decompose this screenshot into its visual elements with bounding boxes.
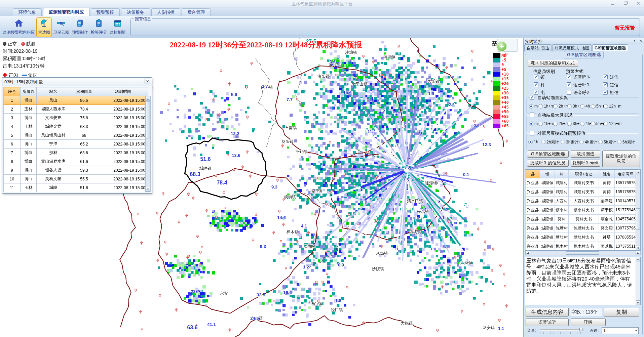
volume-slider[interactable] — [540, 329, 583, 331]
scroll-down-icon[interactable]: ▼ — [636, 300, 640, 305]
panel-tab-0[interactable]: 自动站+雷达 — [524, 44, 552, 51]
table-row[interactable]: 5博白凤山镇凤山村682022-08-19 15:00 — [4, 131, 148, 140]
rain-col-header[interactable]: 累积雨量 — [70, 87, 98, 96]
model-forecast-radio-6h累计[interactable] — [617, 140, 621, 144]
rain-realtime-radio-3h+m[interactable] — [567, 104, 572, 109]
contact-col-header[interactable]: 职务/地址 — [569, 170, 599, 178]
wind-realtime-radio-2h+m[interactable] — [553, 122, 558, 126]
level-checkbox-镇[interactable] — [534, 75, 538, 79]
gis-select-button[interactable]: GIS预警区域圈选 — [527, 151, 569, 158]
table-row[interactable]: 10博白英桥文黎55.52022-08-19 15:00 — [4, 175, 148, 183]
call-button[interactable]: 呼叫 — [571, 319, 606, 326]
contact-col-header[interactable]: 电话号码 — [615, 170, 637, 178]
rain-realtime-radio-1h+m[interactable] — [538, 104, 543, 109]
rain-col-header[interactable]: 观测时间 — [98, 87, 148, 96]
cancel-select-button[interactable]: 取消圈选 — [571, 151, 600, 158]
voice-checkbox[interactable] — [567, 82, 571, 87]
contact-col-header[interactable]: 县 — [526, 170, 540, 178]
voice-preview-button[interactable]: 语音试听 — [526, 319, 569, 326]
wind-realtime-radio-4h+m[interactable] — [580, 122, 584, 126]
table-row[interactable]: 7博白那林63.62022-08-19 15:00 — [4, 149, 148, 157]
copy-button[interactable]: 复制 — [604, 308, 639, 317]
rain-window-titlebar[interactable]: 03时~15时累积雨量 ✕ — [2, 78, 152, 86]
table-row[interactable]: 兴业县城隍镇陈塘村陈塘村支书莫文绍139775796 — [526, 224, 637, 233]
scroll-up-icon[interactable]: ▲ — [636, 257, 640, 261]
model-forecast-radio-4h累计[interactable] — [579, 140, 584, 144]
contact-table-vscrollbar[interactable]: ▲ ▼ — [636, 170, 640, 250]
model-forecast-radio-2h累计[interactable] — [541, 140, 545, 144]
contact-col-header[interactable]: 镇 — [540, 170, 555, 178]
sms-checkbox[interactable] — [603, 75, 608, 79]
toolbar-item-satellite[interactable]: 卫星云图 — [52, 17, 71, 37]
voice-checkbox[interactable] — [567, 90, 571, 95]
model-forecast-radio-1h[interactable] — [528, 140, 533, 144]
table-row[interactable]: 9博白顿谷大塘59.32022-08-19 15:00 — [4, 166, 148, 175]
model-forecast-checkbox[interactable] — [530, 131, 534, 135]
rain-realtime-radio-12h+m[interactable] — [604, 104, 608, 109]
toolbar-item-warning-doc[interactable]: 预警制作 — [71, 17, 89, 37]
scroll-down-icon[interactable]: ▼ — [636, 246, 641, 250]
table-row[interactable]: 4玉林城隍金党68.32022-08-19 15:00 — [4, 122, 148, 131]
rain-col-header[interactable]: 站名 — [37, 87, 70, 96]
menu-tab-3[interactable]: 决策服务 — [121, 8, 150, 16]
voice-checkbox[interactable] — [567, 75, 571, 79]
message-scrollbar[interactable]: ▲ ▼ — [636, 257, 640, 305]
rain-col-header[interactable]: 所属县 — [21, 87, 37, 96]
table-row[interactable]: 6博白宁潭65.22022-08-19 15:00 — [4, 140, 148, 149]
scroll-thumb[interactable] — [636, 208, 641, 230]
contact-col-header[interactable]: 姓名 — [599, 170, 615, 178]
menu-tab-1[interactable]: 监测预警靶向叫应 — [43, 8, 89, 16]
contact-table-hscrollbar[interactable]: ◀ ▶ — [525, 251, 641, 255]
scroll-up-icon[interactable]: ▲ — [146, 96, 150, 101]
warning-message-textarea[interactable]: 玉林市气象台19日5时15分发布暴雨橙色预警信号：4时以来兴业县城隍大西水库已出… — [525, 257, 641, 305]
contact-col-header[interactable]: 村 — [555, 170, 569, 178]
menu-tab-0[interactable]: 环境气象 — [13, 8, 42, 16]
model-forecast-radio-5h累计[interactable] — [598, 140, 603, 144]
rain-col-header[interactable]: 序号 — [4, 87, 21, 96]
copy-call-numbers-button[interactable]: 复制呼叫号码 — [571, 160, 600, 167]
scroll-thumb[interactable] — [566, 251, 599, 255]
wind-realtime-radio-5h+m[interactable] — [591, 122, 595, 126]
wind-realtime-radio-3h+m[interactable] — [567, 122, 572, 126]
menu-tab-2[interactable]: 预警预报 — [91, 8, 120, 16]
close-button[interactable]: ✕ — [635, 1, 642, 6]
minimize-button[interactable] — [609, 1, 616, 6]
rain-realtime-checkbox[interactable] — [530, 95, 534, 100]
rain-realtime-radio-4h+m[interactable] — [580, 104, 584, 109]
rain-window-close-icon[interactable]: ✕ — [145, 79, 150, 84]
wind-realtime-radio-12h+m[interactable] — [604, 122, 608, 126]
maximize-button[interactable] — [622, 1, 629, 6]
table-row[interactable]: 1博白凤山86.62022-08-19 15:00 — [4, 96, 148, 105]
wind-realtime-checkbox[interactable] — [530, 113, 534, 117]
level-checkbox-村[interactable] — [534, 82, 538, 87]
scroll-up-icon[interactable]: ▲ — [636, 170, 641, 174]
rain-table-scrollbar[interactable]: ▲ ▼ — [145, 96, 151, 192]
scroll-left-icon[interactable]: ◀ — [525, 251, 530, 255]
table-row[interactable]: 2玉林城隍大西水库78.42022-08-19 15:00 — [4, 105, 148, 114]
table-row[interactable]: 兴业县城隍镇城隍村城隍村支书黄铸135176975 — [526, 178, 637, 187]
rain-realtime-radio-5h+m[interactable] — [591, 104, 595, 109]
table-row[interactable]: 兴业县城隍镇塘肚村塘肚村支书钟塔137885534 — [526, 233, 637, 242]
table-row[interactable]: 8博白亚山温罗水库61.62022-08-19 15:00 — [4, 157, 148, 166]
rain-realtime-radio-2h+m[interactable] — [553, 104, 558, 109]
sms-checkbox[interactable] — [603, 90, 608, 95]
rain-realtime-radio-m[interactable] — [529, 104, 533, 109]
extract-call-informers-button[interactable]: 提取呼叫的信息员 — [527, 160, 569, 167]
panel-tab-2[interactable]: GIS预警区域圈选 — [592, 44, 628, 51]
toolbar-item-home[interactable]: 监测预警靶向叫应 — [1, 17, 36, 37]
table-row[interactable]: 兴业县城隍镇枫木村枫木村支书吴以悦137375511 — [526, 242, 637, 251]
speed-combobox[interactable]: 1 ▼ — [602, 327, 639, 334]
sms-checkbox[interactable] — [603, 82, 608, 87]
table-row[interactable]: 兴业县城隍镇大西村大西村支书梁泽建130149571 — [526, 197, 637, 206]
call-level-mode-button[interactable]: 靶向叫应的级别和方式 — [528, 60, 578, 67]
scroll-down-icon[interactable]: ▼ — [146, 187, 150, 192]
panel-tab-1[interactable]: 对流尺度模式+地图 — [552, 44, 592, 51]
table-row[interactable]: 兴业县城隍镇镇南村镇南村支书谭于模151775946 — [526, 206, 637, 215]
table-row[interactable]: 兴业县城隍镇莫村莫村支书覃金乾134575405 — [526, 215, 637, 224]
pin-icon[interactable]: 🖈 — [633, 39, 637, 43]
extract-sms-informers-button[interactable]: 提取发短信的信息员 — [602, 151, 640, 167]
scroll-right-icon[interactable]: ▶ — [636, 251, 640, 255]
map-area[interactable]: 沙塘镇蒲塘镇北市镇洛阳镇小平山镇民乐镇山心镇石南镇葵阳镇平山镇城隍镇隆潭镇清水口… — [0, 38, 523, 337]
level-checkbox-屯[interactable] — [534, 90, 538, 95]
table-row[interactable]: 11玉林城隍51.62022-08-19 15:00 — [4, 183, 148, 192]
